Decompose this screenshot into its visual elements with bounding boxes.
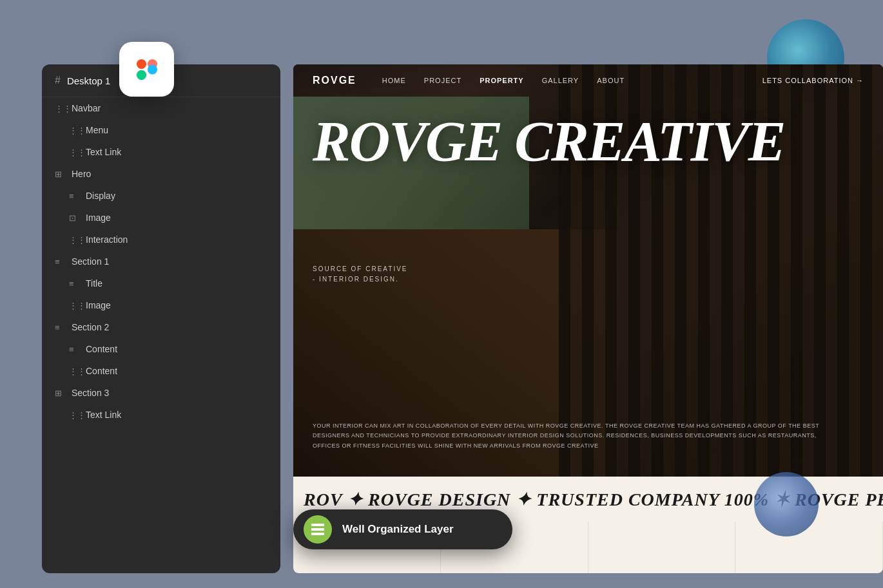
bars-icon: ⋮⋮ xyxy=(69,366,79,376)
layer-item-menu[interactable]: ⋮⋮ Menu xyxy=(42,119,280,141)
bars-icon: ⋮⋮ xyxy=(69,410,79,420)
lines-icon: ≡ xyxy=(69,345,79,354)
lines-icon: ≡ xyxy=(69,279,79,289)
grid-icon: ⊞ xyxy=(55,169,65,179)
layer-item-section3[interactable]: ⊞ Section 3 xyxy=(42,382,280,404)
grid-icon: # xyxy=(55,75,61,86)
layer-item-display[interactable]: ≡ Display xyxy=(42,185,280,207)
bars-icon: ⋮⋮ xyxy=(55,104,65,113)
layer-item-text-link-1[interactable]: ⋮⋮ Text Link xyxy=(42,141,280,163)
svg-rect-8 xyxy=(311,533,324,535)
hero-section: ROVGE HOME PROJECT PROPERTY GALLERY ABOU… xyxy=(293,64,883,477)
layer-item-image-2[interactable]: ⋮⋮ Image xyxy=(42,294,280,316)
lines-icon: ≡ xyxy=(55,323,65,332)
site-nav-links: HOME PROJECT PROPERTY GALLERY ABOUT xyxy=(382,77,762,84)
figma-app-icon[interactable] xyxy=(119,42,174,97)
layer-item-image-1[interactable]: ⊡ Image xyxy=(42,207,280,229)
hero-body-text: YOUR INTERIOR CAN MIX ART IN COLLABORATI… xyxy=(313,421,841,451)
bars-icon: ⋮⋮ xyxy=(69,235,79,245)
toast-icon xyxy=(304,515,332,544)
image-icon: ⊡ xyxy=(69,213,79,223)
nav-gallery[interactable]: GALLERY xyxy=(542,77,579,84)
layer-item-interaction[interactable]: ⋮⋮ Interaction xyxy=(42,229,280,251)
layer-item-section2[interactable]: ≡ Section 2 xyxy=(42,316,280,338)
layer-item-content-2[interactable]: ⋮⋮ Content xyxy=(42,360,280,382)
nav-property[interactable]: PROPERTY xyxy=(480,77,524,84)
layer-item-section1[interactable]: ≡ Section 1 xyxy=(42,251,280,272)
hero-subtitle: SOURCE OF CREATIVE- INTERIOR DESIGN. xyxy=(313,264,408,285)
svg-point-4 xyxy=(148,64,157,74)
svg-rect-5 xyxy=(137,70,146,80)
layer-item-title[interactable]: ≡ Title xyxy=(42,272,280,294)
bars-icon: ⋮⋮ xyxy=(69,147,79,157)
section-col-4 xyxy=(735,522,883,573)
section-col-3 xyxy=(588,522,736,573)
hero-title: ROVGE CREATIVE xyxy=(313,116,864,167)
svg-rect-6 xyxy=(311,524,324,526)
nav-home[interactable]: HOME xyxy=(382,77,406,84)
nav-about[interactable]: ABOUT xyxy=(597,77,625,84)
bars-icon: ⋮⋮ xyxy=(69,301,79,310)
toast-label: Well Organized Layer xyxy=(342,523,454,536)
panel-title: Desktop 1 xyxy=(67,75,111,86)
layer-item-hero[interactable]: ⊞ Hero xyxy=(42,163,280,185)
bars-icon: ⋮⋮ xyxy=(69,126,79,135)
site-logo: ROVGE xyxy=(313,75,356,86)
site-collab[interactable]: LETS COLLABORATION → xyxy=(762,77,864,84)
layer-item-content-1[interactable]: ≡ Content xyxy=(42,338,280,360)
site-navbar: ROVGE HOME PROJECT PROPERTY GALLERY ABOU… xyxy=(293,64,883,97)
lines-icon: ≡ xyxy=(69,191,79,201)
toast-notification: Well Organized Layer xyxy=(293,509,512,549)
lines-icon: ≡ xyxy=(55,257,65,267)
svg-rect-7 xyxy=(311,528,324,531)
bg-blob-bottom xyxy=(754,472,819,536)
svg-rect-0 xyxy=(137,59,146,69)
layers-panel: # Desktop 1 ⋮⋮ Navbar ⋮⋮ Menu ⋮⋮ Text Li… xyxy=(42,64,280,573)
grid-icon: ⊞ xyxy=(55,388,65,398)
layer-item-text-link-2[interactable]: ⋮⋮ Text Link xyxy=(42,404,280,426)
layer-item-navbar[interactable]: ⋮⋮ Navbar xyxy=(42,97,280,119)
nav-project[interactable]: PROJECT xyxy=(424,77,461,84)
